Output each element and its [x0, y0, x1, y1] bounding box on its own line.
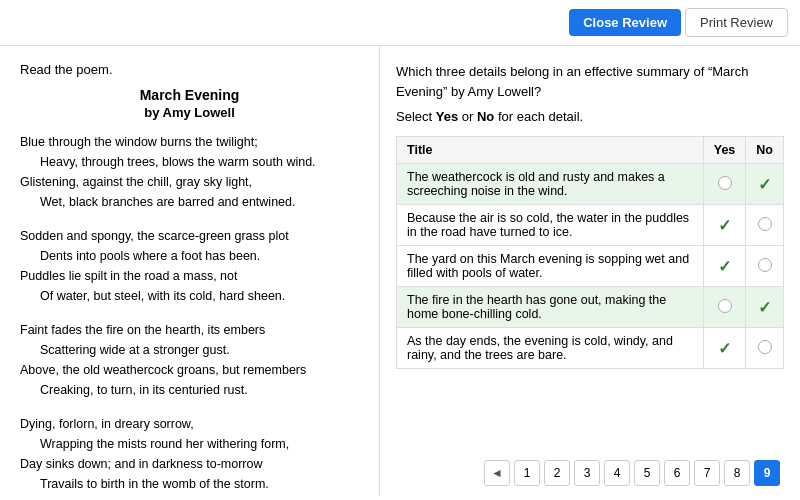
poem-author: by Amy Lowell [20, 105, 359, 120]
yes-check: ✓ [718, 258, 731, 275]
no-cell[interactable]: ✓ [746, 164, 784, 205]
no-cell[interactable]: ✓ [746, 287, 784, 328]
page-6-button[interactable]: 6 [664, 460, 690, 486]
poem-line: Day sinks down; and in darkness to-morro… [20, 454, 359, 474]
yes-cell[interactable]: ✓ [703, 246, 746, 287]
left-panel: Read the poem. March Evening by Amy Lowe… [0, 46, 380, 496]
table-row: Because the air is so cold, the water in… [397, 205, 784, 246]
poem-stanza-3: Faint fades the fire on the hearth, its … [20, 320, 359, 400]
yes-cell[interactable] [703, 287, 746, 328]
page-8-button[interactable]: 8 [724, 460, 750, 486]
col-header-no: No [746, 137, 784, 164]
page-5-button[interactable]: 5 [634, 460, 660, 486]
poem-line: Wet, black branches are barred and entwi… [20, 192, 359, 212]
no-check: ✓ [758, 299, 771, 316]
pagination-bar: ◄ 1 2 3 4 5 6 7 8 9 [396, 454, 784, 488]
page-3-button[interactable]: 3 [574, 460, 600, 486]
poem-stanza-4: Dying, forlorn, in dreary sorrow, Wrappi… [20, 414, 359, 494]
yes-check: ✓ [718, 340, 731, 357]
main-content: Read the poem. March Evening by Amy Lowe… [0, 46, 800, 496]
table-row: The fire in the hearth has gone out, mak… [397, 287, 784, 328]
col-header-yes: Yes [703, 137, 746, 164]
top-bar: Close Review Print Review [0, 0, 800, 46]
page-1-button[interactable]: 1 [514, 460, 540, 486]
poem-line: Of water, but steel, with its cold, hard… [20, 286, 359, 306]
page-4-button[interactable]: 4 [604, 460, 630, 486]
poem-line: Faint fades the fire on the hearth, its … [20, 320, 359, 340]
poem-title: March Evening [20, 87, 359, 103]
yes-cell[interactable] [703, 164, 746, 205]
table-row: The yard on this March evening is soppin… [397, 246, 784, 287]
poem-line: Travails to birth in the womb of the sto… [20, 474, 359, 494]
page-9-button[interactable]: 9 [754, 460, 780, 486]
poem-line: Puddles lie spilt in the road a mass, no… [20, 266, 359, 286]
yes-radio[interactable] [718, 176, 732, 190]
read-prompt: Read the poem. [20, 62, 359, 77]
row-text: As the day ends, the evening is cold, wi… [397, 328, 704, 369]
poem-line: Sodden and spongy, the scarce-green gras… [20, 226, 359, 246]
poem-line: Dying, forlorn, in dreary sorrow, [20, 414, 359, 434]
poem-stanza-2: Sodden and spongy, the scarce-green gras… [20, 226, 359, 306]
poem-line: Scattering wide at a stronger gust. [20, 340, 359, 360]
poem-line: Glistening, against the chill, gray sky … [20, 172, 359, 192]
no-radio[interactable] [758, 217, 772, 231]
poem-line: Creaking, to turn, in its centuried rust… [20, 380, 359, 400]
no-radio[interactable] [758, 258, 772, 272]
poem-line: Dents into pools where a foot has been. [20, 246, 359, 266]
no-cell[interactable] [746, 328, 784, 369]
page-7-button[interactable]: 7 [694, 460, 720, 486]
page-2-button[interactable]: 2 [544, 460, 570, 486]
poem-line: Heavy, through trees, blows the warm sou… [20, 152, 359, 172]
table-row: The weathercock is old and rusty and mak… [397, 164, 784, 205]
no-cell[interactable] [746, 205, 784, 246]
no-radio[interactable] [758, 340, 772, 354]
yes-radio[interactable] [718, 299, 732, 313]
yes-cell[interactable]: ✓ [703, 205, 746, 246]
review-table: Title Yes No The weathercock is old and … [396, 136, 784, 369]
yes-check: ✓ [718, 217, 731, 234]
poem-stanza-1: Blue through the window burns the twilig… [20, 132, 359, 212]
print-review-button[interactable]: Print Review [685, 8, 788, 37]
row-text: The yard on this March evening is soppin… [397, 246, 704, 287]
table-row: As the day ends, the evening is cold, wi… [397, 328, 784, 369]
poem-line: Blue through the window burns the twilig… [20, 132, 359, 152]
row-text: The fire in the hearth has gone out, mak… [397, 287, 704, 328]
poem-line: Above, the old weathercock groans, but r… [20, 360, 359, 380]
col-header-title: Title [397, 137, 704, 164]
row-text: Because the air is so cold, the water in… [397, 205, 704, 246]
prev-page-button[interactable]: ◄ [484, 460, 510, 486]
right-panel: Which three details belong in an effecti… [380, 46, 800, 496]
question-text: Which three details belong in an effecti… [396, 62, 784, 101]
poem-line: Wrapping the mists round her withering f… [20, 434, 359, 454]
yes-cell[interactable]: ✓ [703, 328, 746, 369]
close-review-button[interactable]: Close Review [569, 9, 681, 36]
no-check: ✓ [758, 176, 771, 193]
row-text: The weathercock is old and rusty and mak… [397, 164, 704, 205]
no-cell[interactable] [746, 246, 784, 287]
select-instruction: Select Yes or No for each detail. [396, 109, 784, 124]
